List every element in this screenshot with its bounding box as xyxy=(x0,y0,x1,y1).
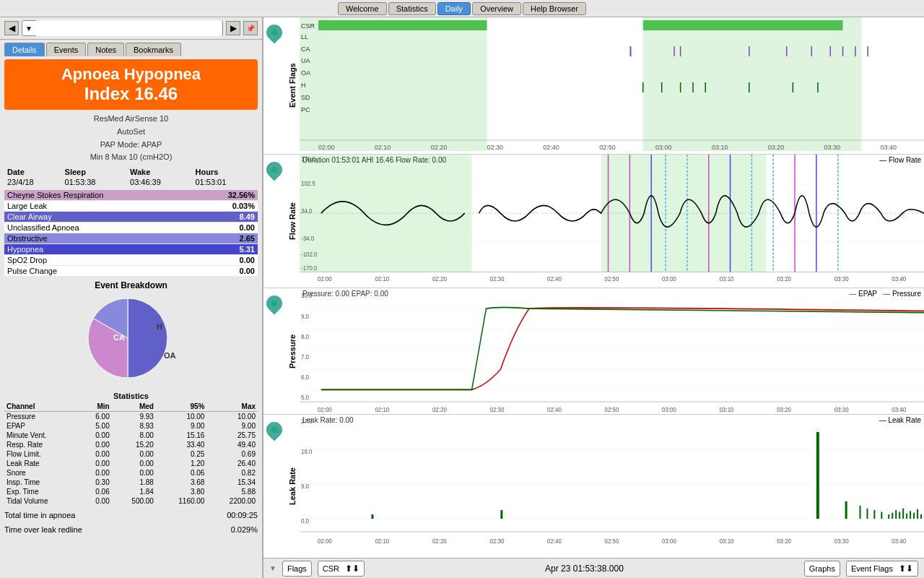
leak-rate-svg: 27.0 18.0 9.0 0.0 xyxy=(300,415,924,558)
pressure-content: Pressure: 0.00 EPAP: 0.00 — EPAP — Press… xyxy=(300,288,924,414)
graphs-dropdown[interactable]: Graphs xyxy=(804,561,840,577)
svg-text:03:10: 03:10 xyxy=(720,405,734,413)
channel-row: Tidal Volume0.00500.001160.002200.00 xyxy=(4,496,258,506)
event-flags-label: Event Flags xyxy=(285,17,300,154)
ahi-value: Index 16.46 xyxy=(9,84,253,104)
pie-chart: CA H OA xyxy=(59,293,204,387)
nav-welcome[interactable]: Welcome xyxy=(338,2,387,15)
event-flags-svg: CSR LL CA UA OA H SD PC xyxy=(300,17,924,154)
flow-rate-pin xyxy=(263,155,285,288)
session-date: 23/4/18 xyxy=(4,177,62,187)
event-row: SpO2 Drop0.00 xyxy=(4,255,258,265)
total-row: Time over leak redline0.029% xyxy=(4,523,258,538)
event-row: Unclassified Apnoea0.00 xyxy=(4,223,258,233)
pin-icon-2 xyxy=(263,158,286,181)
svg-text:03:00: 03:00 xyxy=(662,537,676,545)
tab-notes[interactable]: Notes xyxy=(87,43,124,56)
svg-text:03:40: 03:40 xyxy=(880,144,897,151)
svg-text:02:10: 02:10 xyxy=(375,537,389,545)
nav-help[interactable]: Help Browser xyxy=(523,2,586,15)
svg-text:02:40: 02:40 xyxy=(543,144,559,151)
svg-text:02:40: 02:40 xyxy=(547,405,562,413)
svg-text:-34.0: -34.0 xyxy=(301,235,314,242)
device-pressure: Min 8 Max 10 (cmH2O) xyxy=(0,151,262,164)
svg-rect-126 xyxy=(913,513,915,519)
svg-text:8.0: 8.0 xyxy=(301,332,309,340)
pie-area: Event Breakdown CA H OA xyxy=(4,280,258,387)
svg-rect-128 xyxy=(920,514,922,519)
svg-text:CA: CA xyxy=(301,46,310,53)
channel-row: Insp. Time0.301.883.6815.34 xyxy=(4,478,258,487)
flags-dropdown[interactable]: Flags xyxy=(282,561,312,577)
svg-rect-117 xyxy=(873,510,875,519)
svg-text:03:00: 03:00 xyxy=(655,144,672,151)
flow-rate-content: Duration 01:53:01 AHI 16.46 Flow Rate: 0… xyxy=(300,155,924,288)
pie-title: Event Breakdown xyxy=(4,280,258,290)
svg-text:03:10: 03:10 xyxy=(720,537,734,545)
svg-text:02:30: 02:30 xyxy=(489,537,504,545)
svg-text:PC: PC xyxy=(301,106,310,113)
session-table: Date Sleep Wake Hours 23/4/18 01:53:38 0… xyxy=(4,167,258,187)
svg-text:03:00: 03:00 xyxy=(662,275,676,282)
channel-tbody: Pressure6.009.9310.0010.00EPAP5.008.939.… xyxy=(4,411,258,506)
svg-rect-113 xyxy=(816,432,819,519)
svg-text:5.0: 5.0 xyxy=(301,393,309,401)
left-panel: ◀ ▼ Sun Apr 22 2018 ▶ 📌 Details Events N… xyxy=(0,17,263,578)
date-input[interactable]: Sun Apr 22 2018 xyxy=(35,20,222,36)
graphs-value-dropdown[interactable]: Event Flags ⬆⬇ xyxy=(846,561,918,577)
svg-text:02:40: 02:40 xyxy=(547,275,562,282)
device-info: ResMed AirSense 10 AutoSet PAP Mode: APA… xyxy=(0,113,262,163)
h-label: H xyxy=(157,322,162,331)
svg-text:02:20: 02:20 xyxy=(431,144,448,151)
svg-rect-2 xyxy=(643,17,862,151)
next-date-button[interactable]: ▶ xyxy=(226,21,240,35)
svg-text:18.0: 18.0 xyxy=(301,447,313,455)
svg-text:9.0: 9.0 xyxy=(301,482,309,490)
svg-rect-79 xyxy=(300,288,924,414)
svg-rect-124 xyxy=(906,514,907,519)
svg-text:OA: OA xyxy=(301,69,310,77)
leak-rate-label: Leak Rate xyxy=(285,415,300,558)
svg-text:SD: SD xyxy=(301,94,310,101)
flags-label: Flags xyxy=(287,564,307,573)
totals: Total time in apnoea00:09:25Time over le… xyxy=(4,509,258,538)
svg-text:02:30: 02:30 xyxy=(487,144,504,151)
channel-row: Snore0.000.000.060.82 xyxy=(4,468,258,478)
event-row: Clear Airway8.49 xyxy=(4,212,258,222)
svg-text:02:00: 02:00 xyxy=(318,275,332,282)
svg-text:03:10: 03:10 xyxy=(712,144,728,151)
stats-header: Statistics xyxy=(4,392,258,400)
pin-button[interactable]: 📌 xyxy=(243,21,258,35)
date-header: Date xyxy=(4,167,62,177)
pin-icon-3 xyxy=(263,292,286,314)
nav-daily[interactable]: Daily xyxy=(437,2,471,15)
pressure-pin xyxy=(263,288,285,414)
nav-statistics[interactable]: Statistics xyxy=(388,2,436,15)
svg-rect-127 xyxy=(917,509,918,519)
prev-date-button[interactable]: ◀ xyxy=(4,21,19,35)
session-hours: 01:53:01 xyxy=(193,177,258,187)
hours-header: Hours xyxy=(193,167,258,177)
event-row: Pulse Change0.00 xyxy=(4,266,258,276)
channel-table: Channel Min Med 95% Max Pressure6.009.93… xyxy=(4,402,258,506)
flags-value-dropdown[interactable]: CSR ⬆⬇ xyxy=(318,561,365,577)
svg-rect-1 xyxy=(300,17,487,151)
svg-text:02:50: 02:50 xyxy=(605,405,619,413)
svg-text:03:30: 03:30 xyxy=(834,405,849,413)
svg-text:02:10: 02:10 xyxy=(375,144,391,151)
svg-text:9.0: 9.0 xyxy=(301,312,309,320)
svg-text:02:50: 02:50 xyxy=(599,144,616,151)
nav-overview[interactable]: Overview xyxy=(472,2,521,15)
events-container: Cheyne Stokes Respiration32.56%Large Lea… xyxy=(4,190,258,276)
tab-details[interactable]: Details xyxy=(4,43,45,56)
tab-bookmarks[interactable]: Bookmarks xyxy=(126,43,181,56)
device-pap: PAP Mode: APAP xyxy=(0,139,262,152)
ca-label: CA xyxy=(113,333,125,342)
pressure-legend: — EPAP — Pressure xyxy=(849,290,921,298)
col-min: Min xyxy=(81,402,112,412)
leak-rate-legend: — Leak Rate xyxy=(879,416,921,424)
event-row: Obstructive2.65 xyxy=(4,233,258,243)
tab-events[interactable]: Events xyxy=(46,43,87,56)
channel-row: Flow Limit.0.000.000.250.69 xyxy=(4,449,258,459)
svg-text:03:30: 03:30 xyxy=(834,537,849,545)
